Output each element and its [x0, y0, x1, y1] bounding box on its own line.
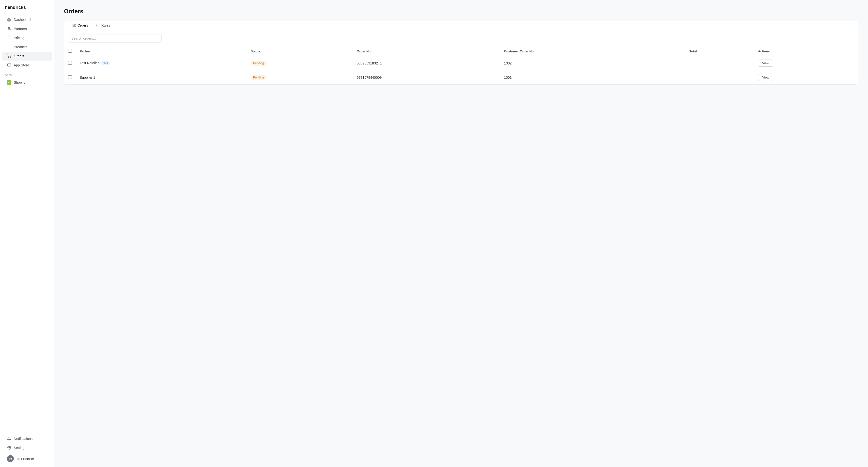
select-all-header: [64, 46, 76, 56]
partner-name: Test Retailer: [80, 61, 99, 65]
total-cell: [685, 70, 754, 85]
sidebar-item-label: Shopify: [14, 81, 25, 84]
sidebar: hendricks Dashboard Partners: [0, 0, 54, 467]
tab-rules[interactable]: Rules: [92, 21, 114, 30]
view-button[interactable]: View: [758, 74, 773, 81]
col-actions: Actions: [754, 46, 858, 56]
sidebar-item-pricing[interactable]: Pricing: [2, 33, 52, 42]
user-profile[interactable]: Te Test Retailer: [2, 453, 52, 465]
sidebar-item-label: Orders: [14, 54, 24, 58]
sidebar-item-dashboard[interactable]: Dashboard: [2, 15, 52, 24]
tab-orders[interactable]: Orders: [68, 21, 92, 30]
svg-text:S: S: [8, 82, 9, 84]
sidebar-item-label: Pricing: [14, 36, 24, 40]
svg-rect-10: [7, 64, 10, 66]
svg-point-0: [8, 27, 9, 29]
sidebar-item-label: Settings: [14, 446, 26, 450]
tab-bar: Orders Rules: [64, 21, 858, 30]
sidebar-item-shopify[interactable]: S Shopify: [2, 78, 52, 87]
order-num-cell: 58096591​83241: [353, 56, 500, 70]
table-body: Test Retailer Self Pending 58096591​8324…: [64, 56, 858, 85]
sidebar-bottom: Notifications Settings Te Test Retailer: [0, 432, 54, 467]
customer-order-num-cell: 1002: [500, 56, 685, 70]
cart-icon: [7, 54, 11, 58]
avatar: Te: [7, 455, 14, 462]
col-customer-order-num: Customer Order Num.: [500, 46, 685, 56]
total-cell: [685, 56, 754, 70]
people-icon: [7, 27, 11, 31]
sliders-icon: [96, 23, 100, 27]
shopify-icon: S: [7, 80, 11, 85]
grid-icon: [72, 23, 76, 27]
page-title: Orders: [64, 8, 858, 15]
search-input[interactable]: [68, 34, 162, 42]
home-icon: [7, 18, 11, 22]
svg-point-14: [9, 447, 9, 448]
sidebar-item-settings[interactable]: Settings: [2, 443, 52, 452]
partner-cell: Test Retailer Self: [76, 56, 247, 70]
col-status: Status: [247, 46, 353, 56]
dollar-icon: [7, 36, 11, 40]
row-checkbox-cell: [64, 56, 76, 70]
self-badge: Self: [101, 61, 110, 65]
status-cell: Pending: [247, 70, 353, 85]
bell-icon: [7, 436, 11, 441]
sidebar-item-label: Partners: [14, 27, 27, 31]
sidebar-nav: Dashboard Partners Pricing: [0, 14, 54, 432]
row-checkbox[interactable]: [68, 61, 72, 65]
search-wrapper: [64, 30, 858, 46]
status-cell: Pending: [247, 56, 353, 70]
list-icon: [7, 45, 11, 49]
tab-rules-label: Rules: [101, 23, 110, 27]
sidebar-item-notifications[interactable]: Notifications: [2, 434, 52, 443]
sidebar-item-label: Dashboard: [14, 18, 31, 22]
table-row: Test Retailer Self Pending 58096591​8324…: [64, 56, 858, 70]
sidebar-item-label: Products: [14, 45, 27, 49]
store-icon: [7, 63, 11, 67]
gear-icon: [7, 445, 11, 450]
order-num-cell: 5781679440009: [353, 70, 500, 85]
customer-order-num-cell: 1001: [500, 70, 685, 85]
select-all-checkbox[interactable]: [68, 49, 72, 53]
sidebar-item-appstore[interactable]: App Store: [2, 61, 52, 70]
svg-point-8: [8, 57, 9, 58]
tab-orders-label: Orders: [78, 23, 88, 27]
table-header: Partner Status Order Num. Customer Order…: [64, 46, 858, 56]
apps-section-label: Apps: [0, 70, 54, 78]
partner-cell: Supplier 1: [76, 70, 247, 85]
sidebar-item-products[interactable]: Products: [2, 42, 52, 52]
actions-cell: View: [754, 56, 858, 70]
sidebar-item-label: Notifications: [14, 437, 32, 441]
svg-rect-17: [74, 26, 75, 27]
col-total: Total: [685, 46, 754, 56]
actions-cell: View: [754, 70, 858, 85]
table-row: Supplier 1 Pending 5781679440009 1001 Vi…: [64, 70, 858, 85]
row-checkbox-cell: [64, 70, 76, 85]
user-name: Test Retailer: [16, 457, 34, 461]
status-badge: Pending: [251, 75, 267, 80]
sidebar-item-partners[interactable]: Partners: [2, 24, 52, 33]
svg-rect-18: [73, 26, 74, 27]
orders-card: Orders Rules: [64, 21, 858, 85]
svg-rect-16: [74, 24, 75, 25]
svg-rect-15: [73, 24, 74, 25]
partner-name: Supplier 1: [80, 75, 95, 80]
orders-table: Partner Status Order Num. Customer Order…: [64, 46, 858, 84]
brand-name: hendricks: [0, 0, 54, 14]
status-badge: Pending: [251, 61, 267, 66]
row-checkbox[interactable]: [68, 75, 72, 79]
main-content: Orders Orders: [54, 0, 868, 467]
col-partner: Partner: [76, 46, 247, 56]
sidebar-item-label: App Store: [14, 63, 29, 67]
sidebar-item-orders[interactable]: Orders: [2, 52, 52, 61]
col-order-num: Order Num.: [353, 46, 500, 56]
view-button[interactable]: View: [758, 60, 773, 67]
